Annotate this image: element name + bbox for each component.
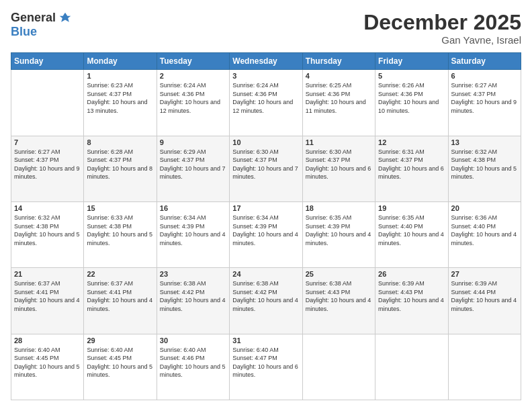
location-title: Gan Yavne, Israel: [363, 34, 521, 46]
cell-content: Sunrise: 6:40 AM Sunset: 4:46 PM Dayligh…: [160, 346, 226, 379]
day-number: 18: [306, 204, 372, 212]
cell-content: Sunrise: 6:39 AM Sunset: 4:43 PM Dayligh…: [378, 279, 445, 313]
day-number: 10: [232, 138, 299, 146]
day-number: 17: [232, 204, 299, 212]
calendar-cell: 2Sunrise: 6:24 AM Sunset: 4:36 PM Daylig…: [157, 70, 229, 136]
day-number: 19: [378, 204, 445, 212]
calendar-cell: 3Sunrise: 6:24 AM Sunset: 4:36 PM Daylig…: [230, 70, 302, 136]
cell-content: Sunrise: 6:33 AM Sunset: 4:38 PM Dayligh…: [87, 214, 153, 247]
day-number: 28: [14, 336, 81, 345]
cell-content: Sunrise: 6:40 AM Sunset: 4:45 PM Dayligh…: [87, 346, 153, 379]
cell-content: Sunrise: 6:27 AM Sunset: 4:37 PM Dayligh…: [451, 81, 518, 115]
calendar-cell: 1Sunrise: 6:23 AM Sunset: 4:37 PM Daylig…: [84, 70, 157, 136]
calendar-cell: 24Sunrise: 6:38 AM Sunset: 4:42 PM Dayli…: [230, 268, 302, 334]
weekday-header: Monday: [84, 53, 157, 70]
calendar-cell: 30Sunrise: 6:40 AM Sunset: 4:46 PM Dayli…: [157, 334, 229, 400]
day-number: 21: [14, 270, 81, 278]
cell-content: Sunrise: 6:38 AM Sunset: 4:42 PM Dayligh…: [232, 279, 299, 313]
day-number: 9: [160, 138, 226, 146]
day-number: 26: [378, 270, 445, 278]
calendar-week-row: 14Sunrise: 6:32 AM Sunset: 4:38 PM Dayli…: [11, 201, 521, 267]
calendar-cell: 13Sunrise: 6:32 AM Sunset: 4:38 PM Dayli…: [448, 136, 521, 201]
logo-icon: [58, 11, 72, 25]
cell-content: Sunrise: 6:30 AM Sunset: 4:37 PM Dayligh…: [232, 148, 299, 181]
calendar-cell: [375, 334, 448, 400]
calendar-cell: 27Sunrise: 6:39 AM Sunset: 4:44 PM Dayli…: [448, 268, 521, 334]
weekday-header: Thursday: [302, 53, 375, 70]
day-number: 15: [87, 204, 153, 212]
calendar-cell: 25Sunrise: 6:38 AM Sunset: 4:43 PM Dayli…: [302, 268, 375, 334]
day-number: 20: [451, 204, 518, 212]
cell-content: Sunrise: 6:35 AM Sunset: 4:40 PM Dayligh…: [378, 214, 445, 247]
cell-content: Sunrise: 6:38 AM Sunset: 4:43 PM Dayligh…: [306, 279, 372, 313]
calendar-table: SundayMondayTuesdayWednesdayThursdayFrid…: [11, 52, 521, 400]
day-number: 12: [378, 138, 445, 146]
calendar-cell: 12Sunrise: 6:31 AM Sunset: 4:37 PM Dayli…: [375, 136, 448, 201]
day-number: 25: [306, 270, 372, 278]
cell-content: Sunrise: 6:26 AM Sunset: 4:36 PM Dayligh…: [378, 81, 445, 115]
cell-content: Sunrise: 6:39 AM Sunset: 4:44 PM Dayligh…: [451, 279, 518, 313]
day-number: 8: [87, 138, 153, 146]
logo: General Blue: [11, 11, 72, 39]
cell-content: Sunrise: 6:34 AM Sunset: 4:39 PM Dayligh…: [232, 214, 299, 247]
weekday-header: Tuesday: [157, 53, 229, 70]
cell-content: Sunrise: 6:24 AM Sunset: 4:36 PM Dayligh…: [232, 81, 299, 115]
header: General Blue December 2025 Gan Yavne, Is…: [11, 11, 521, 46]
day-number: 24: [232, 270, 299, 278]
cell-content: Sunrise: 6:27 AM Sunset: 4:37 PM Dayligh…: [14, 148, 81, 181]
calendar-cell: 19Sunrise: 6:35 AM Sunset: 4:40 PM Dayli…: [375, 201, 448, 267]
cell-content: Sunrise: 6:24 AM Sunset: 4:36 PM Dayligh…: [160, 81, 226, 115]
calendar-cell: 4Sunrise: 6:25 AM Sunset: 4:36 PM Daylig…: [302, 70, 375, 136]
title-block: December 2025 Gan Yavne, Israel: [363, 11, 521, 46]
cell-content: Sunrise: 6:28 AM Sunset: 4:37 PM Dayligh…: [87, 148, 153, 181]
calendar-cell: 17Sunrise: 6:34 AM Sunset: 4:39 PM Dayli…: [230, 201, 302, 267]
calendar-cell: 29Sunrise: 6:40 AM Sunset: 4:45 PM Dayli…: [84, 334, 157, 400]
cell-content: Sunrise: 6:32 AM Sunset: 4:38 PM Dayligh…: [14, 214, 81, 247]
page: General Blue December 2025 Gan Yavne, Is…: [0, 0, 532, 411]
calendar-cell: 26Sunrise: 6:39 AM Sunset: 4:43 PM Dayli…: [375, 268, 448, 334]
calendar-cell: 20Sunrise: 6:36 AM Sunset: 4:40 PM Dayli…: [448, 201, 521, 267]
cell-content: Sunrise: 6:34 AM Sunset: 4:39 PM Dayligh…: [160, 214, 226, 247]
day-number: 3: [232, 72, 299, 80]
cell-content: Sunrise: 6:37 AM Sunset: 4:41 PM Dayligh…: [14, 279, 81, 313]
calendar-header-row: SundayMondayTuesdayWednesdayThursdayFrid…: [11, 53, 521, 70]
day-number: 30: [160, 336, 226, 345]
calendar-cell: 5Sunrise: 6:26 AM Sunset: 4:36 PM Daylig…: [375, 70, 448, 136]
day-number: 16: [160, 204, 226, 212]
calendar-week-row: 7Sunrise: 6:27 AM Sunset: 4:37 PM Daylig…: [11, 136, 521, 201]
calendar-cell: 6Sunrise: 6:27 AM Sunset: 4:37 PM Daylig…: [448, 70, 521, 136]
cell-content: Sunrise: 6:29 AM Sunset: 4:37 PM Dayligh…: [160, 148, 226, 181]
day-number: 14: [14, 204, 81, 212]
cell-content: Sunrise: 6:37 AM Sunset: 4:41 PM Dayligh…: [87, 279, 153, 313]
month-title: December 2025: [363, 11, 521, 34]
calendar-week-row: 1Sunrise: 6:23 AM Sunset: 4:37 PM Daylig…: [11, 70, 521, 136]
calendar-cell: 31Sunrise: 6:40 AM Sunset: 4:47 PM Dayli…: [230, 334, 302, 400]
cell-content: Sunrise: 6:36 AM Sunset: 4:40 PM Dayligh…: [451, 214, 518, 247]
day-number: 29: [87, 336, 153, 345]
cell-content: Sunrise: 6:30 AM Sunset: 4:37 PM Dayligh…: [306, 148, 372, 181]
calendar-cell: 28Sunrise: 6:40 AM Sunset: 4:45 PM Dayli…: [11, 334, 84, 400]
calendar-week-row: 28Sunrise: 6:40 AM Sunset: 4:45 PM Dayli…: [11, 334, 521, 400]
calendar-cell: 9Sunrise: 6:29 AM Sunset: 4:37 PM Daylig…: [157, 136, 229, 201]
cell-content: Sunrise: 6:31 AM Sunset: 4:37 PM Dayligh…: [378, 148, 445, 181]
day-number: 7: [14, 138, 81, 146]
weekday-header: Sunday: [11, 53, 84, 70]
logo-general-text: General: [11, 11, 56, 25]
cell-content: Sunrise: 6:40 AM Sunset: 4:45 PM Dayligh…: [14, 346, 81, 379]
calendar-cell: [11, 70, 84, 136]
calendar-cell: 18Sunrise: 6:35 AM Sunset: 4:39 PM Dayli…: [302, 201, 375, 267]
cell-content: Sunrise: 6:35 AM Sunset: 4:39 PM Dayligh…: [306, 214, 372, 247]
calendar-cell: 15Sunrise: 6:33 AM Sunset: 4:38 PM Dayli…: [84, 201, 157, 267]
calendar-week-row: 21Sunrise: 6:37 AM Sunset: 4:41 PM Dayli…: [11, 268, 521, 334]
cell-content: Sunrise: 6:25 AM Sunset: 4:36 PM Dayligh…: [306, 81, 372, 115]
calendar-cell: 21Sunrise: 6:37 AM Sunset: 4:41 PM Dayli…: [11, 268, 84, 334]
calendar-cell: [448, 334, 521, 400]
calendar-cell: 7Sunrise: 6:27 AM Sunset: 4:37 PM Daylig…: [11, 136, 84, 201]
logo-blue-text: Blue: [11, 25, 37, 39]
day-number: 13: [451, 138, 518, 146]
cell-content: Sunrise: 6:32 AM Sunset: 4:38 PM Dayligh…: [451, 148, 518, 181]
day-number: 2: [160, 72, 226, 80]
day-number: 6: [451, 72, 518, 80]
day-number: 5: [378, 72, 445, 80]
day-number: 22: [87, 270, 153, 278]
